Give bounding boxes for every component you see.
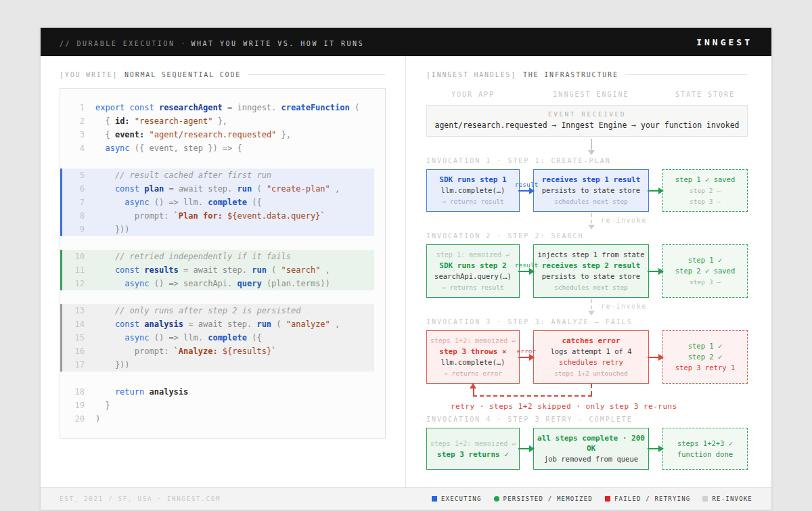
code-token: , [330,319,340,329]
box-line: steps 1+2: memoized ↩ [430,336,516,346]
box-line: all steps complete · 200 OK [537,433,646,453]
code-line: 11 const results = await step. run ( "se… [62,263,374,277]
code-line: 4 async ({ event, step }) => { [60,141,385,155]
arrow-label: result [515,261,538,269]
code-line-content: // result cached after first run [95,169,271,182]
app-box: steps 1+2: memoized ↩step 3 throws ×llm.… [426,330,520,384]
arrow-head-icon [658,445,664,452]
code-line: 14 const analysis = await step. run ( "a… [62,317,374,331]
invocation-group-1: INVOCATION 1 · STEP 1: CREATE-PLANSDK ru… [426,157,748,232]
arrow-line [648,271,659,272]
code-highlight-block-gray: 13 // only runs after step 2 is persiste… [60,304,374,372]
box-line: searchApi.query(…) [430,271,516,282]
code-token: // result cached after first run [95,171,271,180]
legend-label: EXECUTING [441,495,482,502]
box-line: → returns result [430,196,516,206]
code-line-content: })) [95,358,130,372]
box-line: step 3 retry 1 [666,363,744,373]
infra-section-tag: [INNGEST HANDLES] [426,71,516,79]
box-line: llm.complete(…) [430,357,516,368]
app-to-engine-arrow: result [520,244,533,298]
code-block: 1export const researchAgent = inngest. c… [60,101,385,155]
line-number: 19 [70,399,85,412]
reinvoke-label: re-invoke [601,303,647,310]
code-line-content: prompt: `Analyze: ${results}` [95,345,276,358]
app-box: SDK runs step 1llm.complete(…)→ returns … [426,169,520,212]
code-highlight-block-blue: 5 // result cached after first run6 cons… [60,169,374,236]
app-box: steps 1+2: memoized ↩step 3 returns ✓ [426,428,520,470]
code-token: ) [95,414,100,424]
box-line: step 1: memoized ↩ [430,250,516,260]
line-number: 18 [70,385,85,399]
column-header-your-app: YOUR APP [426,91,520,98]
footer-bar: EST_ 2021 / SF, USA · INNGEST.COM EXECUT… [41,487,771,510]
box-line: → returns error [430,368,516,378]
engine-box: receives step 1 resultpersists to state … [533,169,649,212]
legend-swatch-circle-icon [494,496,499,502]
state-store-box: step 1 ✓ savedstep 2 –step 3 – [662,169,748,212]
code-line: 3 { event: "agent/research.requested" }, [60,128,385,141]
code-token: ( [271,265,281,275]
footer-meta: EST_ 2021 / SF, USA · INNGEST.COM [60,495,221,502]
retry-loop-line [591,384,592,395]
down-arrow-line [591,139,592,150]
code-line: 7 async () => llm. complete ({ [62,196,374,209]
state-store-box: step 1 ✓step 2 ✓step 3 retry 1 [662,330,748,384]
code-token: plan [144,184,164,194]
legend-label: RE-INVOKE [712,495,752,502]
column-header-state-store: STATE STORE [662,91,748,98]
code-token: { [95,116,115,126]
code-token: async [95,333,154,342]
invocation-label: INVOCATION 1 · STEP 1: CREATE-PLAN [426,157,748,164]
code-token: const [95,184,144,194]
arrow-line [518,271,530,272]
code-token: Plan for: [179,211,227,221]
box-line: step 3 returns ✓ [430,449,516,460]
legend-swatch-square-icon [605,496,610,502]
engine-box: catches errorlogs attempt 1 of 4schedule… [533,330,649,384]
engine-to-state-arrow [649,169,662,212]
code-token: prompt: [95,347,174,356]
arrow-line [648,357,659,358]
engine-to-state-arrow [649,330,662,384]
code-token: () => searchApi. [154,279,238,288]
code-line-content: // only runs after step 2 is persisted [95,304,300,317]
code-token: , [320,265,330,275]
box-line: receives step 2 result [537,261,646,271]
code-line: 15 async () => llm. complete ({ [62,331,374,345]
box-line: step 2 ✓ [666,352,744,362]
code-token: analysis [144,319,183,329]
code-line: 13 // only runs after step 2 is persiste… [62,304,374,317]
code-line-content: prompt: `Plan for: ${event.data.query}` [95,209,325,223]
code-token: (plan.terms)) [267,279,330,288]
code-token: ( [256,184,266,194]
legend-swatch-square-icon [432,496,437,502]
code-token: // retried independently if it fails [95,252,291,261]
invocation-row: SDK runs step 1llm.complete(…)→ returns … [426,169,748,212]
code-token: { [95,130,115,139]
footer-site-link[interactable]: INNGEST.COM [167,495,221,502]
code-token: ({ [252,333,261,342]
code-line-content: { event: "agent/research.requested" }, [95,128,291,141]
legend-swatch-square-icon [702,496,708,502]
code-line: 10 // retried independently if it fails [62,250,374,263]
code-section-tag: [YOU WRITE] [60,71,118,79]
line-number: 15 [70,331,85,345]
line-number: 20 [70,412,85,426]
app-box: step 1: memoized ↩SDK runs step 2searchA… [426,244,520,298]
box-line: logs attempt 1 of 4 [537,347,646,357]
invocation-rows: INVOCATION 1 · STEP 1: CREATE-PLANSDK ru… [426,157,748,470]
code-line: 20) [60,412,385,426]
infra-section-header: [INNGEST HANDLES] THE INFRASTRUCTURE [426,71,748,79]
code-line-content: async () => searchApi. query (plan.terms… [95,277,330,290]
legend-item: PERSISTED / MEMOIZED [494,495,593,502]
code-token: })) [95,225,130,234]
arrow-head-icon [658,354,664,361]
code-token: event: [115,130,150,139]
code-token: ` [174,211,179,221]
box-line: catches error [537,336,646,346]
code-token: , [330,184,340,194]
code-token: "create-plan" [267,184,330,194]
code-token: const [95,319,144,329]
header-tagline: // DURABLE EXECUTION·WHAT YOU WRITE VS. … [60,36,364,49]
